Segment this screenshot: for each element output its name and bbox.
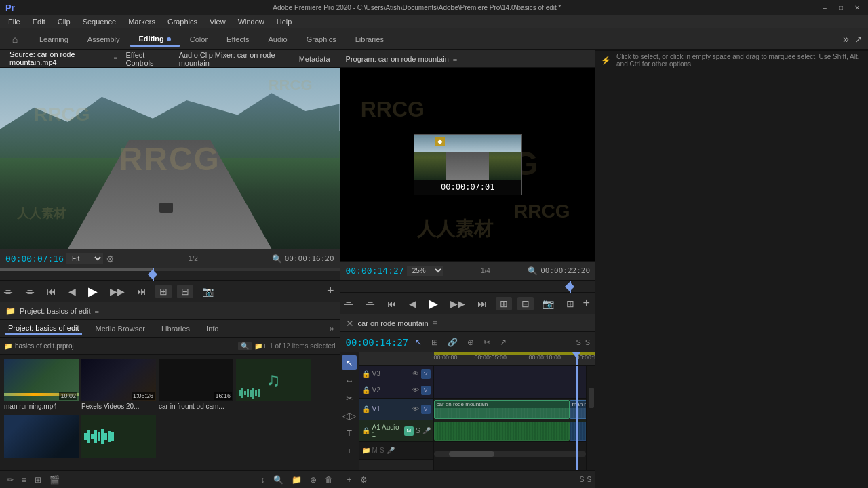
project-menu-icon[interactable]: ≡ bbox=[95, 307, 99, 315]
program-play-fwd-btn[interactable]: ▶▶ bbox=[447, 296, 469, 311]
track-a1-s-btn[interactable]: S bbox=[416, 427, 420, 434]
source-mark-in-btn[interactable]: ⌯ bbox=[0, 284, 16, 299]
project-item-audio1[interactable]: ♫ bbox=[235, 358, 309, 411]
source-export-frame-btn[interactable]: 📷 bbox=[199, 284, 217, 299]
source-scrubber[interactable] bbox=[0, 268, 340, 280]
tl-bottom-add-btn[interactable]: + bbox=[344, 474, 355, 486]
workspace-tab-learning[interactable]: Learning bbox=[30, 33, 78, 46]
source-add-btn[interactable]: + bbox=[327, 284, 340, 298]
menu-graphics[interactable]: Graphics bbox=[162, 16, 203, 27]
menu-markers[interactable]: Markers bbox=[123, 16, 161, 27]
program-add-btn[interactable]: + bbox=[583, 296, 596, 310]
footer-list-btn[interactable]: ≡ bbox=[19, 474, 29, 486]
close-button[interactable]: ✕ bbox=[852, 2, 863, 13]
workspace-tab-effects[interactable]: Effects bbox=[217, 33, 258, 46]
tl-tool-text[interactable]: T bbox=[342, 426, 357, 441]
program-timecode[interactable]: 00:00:14:27 bbox=[346, 266, 404, 276]
tl-bottom-settings-btn[interactable]: ⚙ bbox=[357, 474, 370, 486]
workspace-tab-editing[interactable]: Editing bbox=[130, 32, 180, 47]
status-icon[interactable]: ⚡ bbox=[601, 56, 611, 65]
libraries-tab[interactable]: Libraries bbox=[159, 323, 193, 334]
project-item-man-running[interactable]: 10:02 man running.mp4 bbox=[3, 358, 77, 411]
tl-extract-btn[interactable]: ↗ bbox=[497, 336, 509, 348]
tl-tool-add[interactable]: + bbox=[342, 443, 357, 458]
export-frame-button[interactable]: ↗ bbox=[854, 34, 863, 45]
tl-tool-snap[interactable]: ↔ bbox=[342, 373, 357, 388]
tl-tool-select[interactable]: ↖ bbox=[342, 355, 357, 370]
source-fit-select[interactable]: Fit 25% 50% 100% bbox=[66, 253, 103, 264]
program-insert-btn[interactable]: ⊞ bbox=[496, 297, 512, 310]
maximize-button[interactable]: □ bbox=[835, 2, 846, 13]
menu-clip[interactable]: Clip bbox=[52, 16, 76, 27]
source-play-btn[interactable]: ▶ bbox=[85, 282, 101, 301]
home-button[interactable]: ⌂ bbox=[5, 30, 24, 49]
project-more-icon[interactable]: » bbox=[330, 324, 334, 333]
menu-edit[interactable]: Edit bbox=[27, 16, 51, 27]
clip-man-running[interactable]: man running.mp4 [V] +00:00:17:26 bbox=[570, 400, 587, 419]
source-insert-btn[interactable]: ⊞ bbox=[155, 285, 172, 298]
info-tab[interactable]: Info bbox=[203, 323, 221, 334]
source-tab-metadata[interactable]: Metadata bbox=[295, 54, 334, 64]
source-overwrite-btn[interactable]: ⊟ bbox=[177, 285, 193, 298]
new-folder-icon[interactable]: 📁+ bbox=[254, 342, 267, 350]
timeline-scroll-bar[interactable] bbox=[434, 451, 587, 457]
timeline-close-btn[interactable]: ✕ bbox=[346, 318, 354, 329]
timeline-ruler[interactable]: 00:00:00 00:00:05:00 00:00:10:00 00:00:1… bbox=[359, 352, 596, 366]
footer-sort-btn[interactable]: ↕ bbox=[258, 474, 268, 486]
project-panel-tab[interactable]: Project: basics of edit bbox=[5, 323, 82, 335]
track-v3-toggle[interactable]: V bbox=[421, 369, 431, 379]
workspace-more-button[interactable]: » bbox=[843, 33, 849, 45]
workspace-tab-graphics[interactable]: Graphics bbox=[297, 33, 346, 46]
program-overwrite-btn[interactable]: ⊟ bbox=[517, 297, 534, 310]
source-tab-main[interactable]: Source: car on rode mountain.mp4 bbox=[5, 50, 110, 69]
program-play-btn[interactable]: ▶ bbox=[425, 294, 441, 313]
tl-snap-btn[interactable]: ⊞ bbox=[429, 336, 441, 348]
footer-pencil-btn[interactable]: ✏ bbox=[4, 474, 16, 486]
track-lock-v1[interactable]: 🔒 bbox=[362, 405, 370, 413]
footer-search-btn[interactable]: 🔍 bbox=[271, 474, 286, 486]
program-step-fwd-btn[interactable]: ⏭ bbox=[474, 296, 490, 311]
track-v2-toggle[interactable]: V bbox=[421, 386, 431, 395]
program-mark-in-btn[interactable]: ⌯ bbox=[340, 296, 357, 311]
source-play-back-btn[interactable]: ◀ bbox=[65, 284, 79, 299]
workspace-tab-libraries[interactable]: Libraries bbox=[346, 33, 393, 46]
clip-car-1[interactable]: car on rode mountain bbox=[434, 400, 570, 419]
track-a1-m-btn[interactable]: M bbox=[404, 426, 414, 436]
tl-add-edit-btn[interactable]: ⊕ bbox=[465, 336, 477, 348]
source-tab-audio-mixer[interactable]: Audio Clip Mixer: car on rode mountain bbox=[175, 50, 291, 68]
project-item-thumb2[interactable] bbox=[3, 414, 77, 468]
source-mark-out-btn[interactable]: ⌯ bbox=[22, 284, 38, 299]
project-item-car[interactable]: 16:16 car in frount od cam... bbox=[157, 358, 232, 411]
menu-window[interactable]: Window bbox=[233, 16, 270, 27]
media-browser-tab[interactable]: Media Browser bbox=[93, 323, 148, 334]
track-vis-v2[interactable]: 👁 bbox=[412, 386, 419, 394]
menu-file[interactable]: File bbox=[3, 16, 26, 27]
source-settings-icon[interactable]: ⚙ bbox=[106, 253, 115, 264]
source-timecode[interactable]: 00:00:07:16 bbox=[5, 253, 64, 264]
program-mark-out-btn[interactable]: ⌯ bbox=[362, 296, 378, 311]
menu-help[interactable]: Help bbox=[271, 16, 298, 27]
source-step-fwd-btn[interactable]: ⏭ bbox=[134, 284, 150, 299]
tl-select-tool[interactable]: ↖ bbox=[412, 336, 425, 348]
program-zoom-icon[interactable]: 🔍 bbox=[528, 266, 538, 276]
source-zoom-icon[interactable]: 🔍 bbox=[272, 254, 282, 264]
scroll-thumb-v[interactable] bbox=[589, 388, 594, 408]
track-vis-v3[interactable]: 👁 bbox=[412, 370, 419, 378]
source-tab-menu-icon[interactable]: ≡ bbox=[114, 55, 118, 62]
program-step-back-btn[interactable]: ⏮ bbox=[384, 296, 400, 311]
track-lock-a1[interactable]: 🔒 bbox=[362, 427, 370, 434]
track-a1-mic-btn[interactable]: 🎤 bbox=[422, 427, 431, 434]
search-icon[interactable]: 🔍 bbox=[238, 342, 252, 350]
track-lock-v2[interactable]: 🔒 bbox=[362, 386, 370, 394]
tl-tool-slide[interactable]: ◁▷ bbox=[342, 408, 357, 423]
source-tab-effect-controls[interactable]: Effect Controls bbox=[121, 50, 170, 68]
audio-clip-2[interactable] bbox=[570, 422, 587, 441]
project-item-audio2[interactable] bbox=[80, 414, 155, 468]
track-lock-v3[interactable]: 🔒 bbox=[362, 370, 370, 378]
minimize-button[interactable]: – bbox=[819, 2, 830, 13]
workspace-tab-audio[interactable]: Audio bbox=[259, 33, 297, 46]
audio-clip-1[interactable] bbox=[434, 422, 570, 441]
track-vis-v1[interactable]: 👁 bbox=[412, 405, 419, 413]
timeline-timecode[interactable]: 00:00:14:27 bbox=[346, 337, 409, 348]
program-export-frame-btn[interactable]: 📷 bbox=[539, 296, 557, 311]
